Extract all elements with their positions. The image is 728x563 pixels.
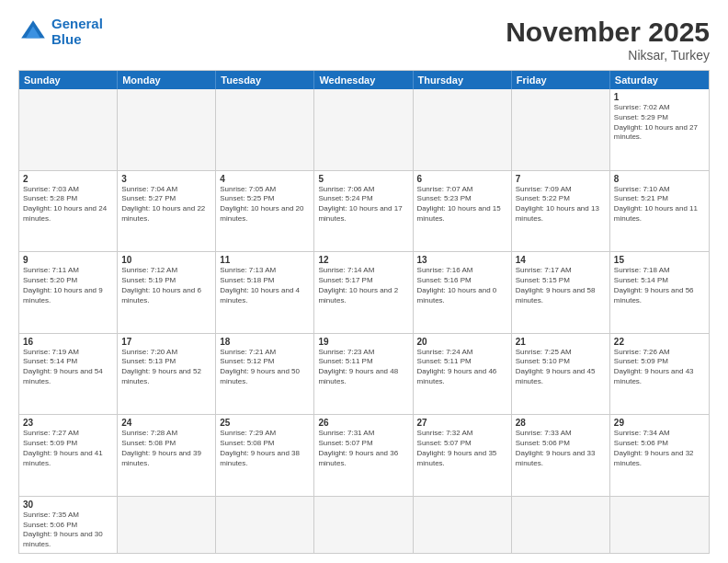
cal-cell-18: 18 Sunrise: 7:21 AM Sunset: 5:12 PM Dayl… [216, 334, 314, 415]
day-info: Sunrise: 7:27 AM Sunset: 5:09 PM Dayligh… [23, 429, 113, 468]
cal-cell-17: 17 Sunrise: 7:20 AM Sunset: 5:13 PM Dayl… [118, 334, 216, 415]
page: General Blue November 2025 Niksar, Turke… [0, 0, 728, 563]
cal-cell-empty [118, 89, 216, 170]
cal-cell-empty [314, 89, 413, 170]
day-number: 28 [516, 418, 606, 428]
day-number: 16 [23, 337, 113, 347]
cal-cell-22: 22 Sunrise: 7:26 AM Sunset: 5:09 PM Dayl… [610, 334, 709, 415]
day-info: Sunrise: 7:02 AM Sunset: 5:29 PM Dayligh… [614, 103, 705, 143]
cal-cell-2: 2 Sunrise: 7:03 AM Sunset: 5:28 PM Dayli… [19, 171, 118, 252]
day-info: Sunrise: 7:20 AM Sunset: 5:13 PM Dayligh… [121, 348, 211, 387]
day-info: Sunrise: 7:10 AM Sunset: 5:21 PM Dayligh… [614, 185, 705, 224]
day-info: Sunrise: 7:07 AM Sunset: 5:23 PM Dayligh… [417, 185, 507, 224]
calendar-header: Sunday Monday Tuesday Wednesday Thursday… [19, 71, 709, 89]
cal-cell-empty [414, 497, 512, 553]
day-number: 14 [516, 255, 606, 265]
day-info: Sunrise: 7:29 AM Sunset: 5:08 PM Dayligh… [220, 429, 310, 468]
day-info: Sunrise: 7:21 AM Sunset: 5:12 PM Dayligh… [220, 348, 310, 387]
cal-cell-30: 30 Sunrise: 7:35 AM Sunset: 5:06 PM Dayl… [19, 497, 118, 553]
day-number: 3 [121, 174, 211, 184]
cal-cell-empty [118, 497, 216, 553]
cal-row-4: 23 Sunrise: 7:27 AM Sunset: 5:09 PM Dayl… [19, 415, 709, 497]
cal-cell-29: 29 Sunrise: 7:34 AM Sunset: 5:06 PM Dayl… [610, 415, 709, 496]
cal-cell-8: 8 Sunrise: 7:10 AM Sunset: 5:21 PM Dayli… [610, 171, 709, 252]
header: General Blue November 2025 Niksar, Turke… [18, 17, 710, 63]
cal-cell-14: 14 Sunrise: 7:17 AM Sunset: 5:15 PM Dayl… [512, 252, 610, 333]
logo: General Blue [18, 17, 103, 47]
cal-cell-5: 5 Sunrise: 7:06 AM Sunset: 5:24 PM Dayli… [314, 171, 413, 252]
day-info: Sunrise: 7:23 AM Sunset: 5:11 PM Dayligh… [318, 348, 408, 387]
header-friday: Friday [512, 71, 610, 89]
cal-cell-empty [610, 497, 709, 553]
day-info: Sunrise: 7:12 AM Sunset: 5:19 PM Dayligh… [121, 266, 211, 305]
cal-cell-25: 25 Sunrise: 7:29 AM Sunset: 5:08 PM Dayl… [216, 415, 314, 496]
day-info: Sunrise: 7:34 AM Sunset: 5:06 PM Dayligh… [614, 429, 705, 468]
day-number: 25 [220, 418, 310, 428]
cal-cell-27: 27 Sunrise: 7:32 AM Sunset: 5:07 PM Dayl… [414, 415, 512, 496]
day-number: 20 [417, 337, 507, 347]
cal-row-0: 1 Sunrise: 7:02 AM Sunset: 5:29 PM Dayli… [19, 89, 709, 171]
day-info: Sunrise: 7:13 AM Sunset: 5:18 PM Dayligh… [220, 266, 310, 305]
day-number: 24 [121, 418, 211, 428]
day-number: 19 [318, 337, 408, 347]
cal-row-5: 30 Sunrise: 7:35 AM Sunset: 5:06 PM Dayl… [19, 497, 709, 553]
cal-cell-10: 10 Sunrise: 7:12 AM Sunset: 5:19 PM Dayl… [118, 252, 216, 333]
day-info: Sunrise: 7:33 AM Sunset: 5:06 PM Dayligh… [516, 429, 606, 468]
day-info: Sunrise: 7:03 AM Sunset: 5:28 PM Dayligh… [23, 185, 113, 224]
day-number: 2 [23, 174, 113, 184]
day-number: 23 [23, 418, 113, 428]
calendar: Sunday Monday Tuesday Wednesday Thursday… [18, 70, 710, 554]
day-number: 4 [220, 174, 310, 184]
day-info: Sunrise: 7:28 AM Sunset: 5:08 PM Dayligh… [121, 429, 211, 468]
day-info: Sunrise: 7:35 AM Sunset: 5:06 PM Dayligh… [23, 511, 113, 550]
cal-cell-empty [314, 497, 413, 553]
cal-cell-19: 19 Sunrise: 7:23 AM Sunset: 5:11 PM Dayl… [314, 334, 413, 415]
day-number: 15 [614, 255, 705, 265]
day-info: Sunrise: 7:18 AM Sunset: 5:14 PM Dayligh… [614, 266, 705, 305]
logo-general: General [51, 16, 103, 31]
day-number: 6 [417, 174, 507, 184]
day-number: 13 [417, 255, 507, 265]
cal-cell-23: 23 Sunrise: 7:27 AM Sunset: 5:09 PM Dayl… [19, 415, 118, 496]
day-number: 30 [23, 500, 113, 510]
cal-cell-28: 28 Sunrise: 7:33 AM Sunset: 5:06 PM Dayl… [512, 415, 610, 496]
cal-cell-3: 3 Sunrise: 7:04 AM Sunset: 5:27 PM Dayli… [118, 171, 216, 252]
cal-cell-empty [512, 89, 610, 170]
header-sunday: Sunday [19, 71, 118, 89]
header-thursday: Thursday [414, 71, 512, 89]
logo-icon [18, 17, 48, 47]
day-info: Sunrise: 7:09 AM Sunset: 5:22 PM Dayligh… [516, 185, 606, 224]
day-number: 12 [318, 255, 408, 265]
day-number: 1 [614, 92, 705, 102]
month-title: November 2025 [506, 17, 710, 48]
cal-cell-21: 21 Sunrise: 7:25 AM Sunset: 5:10 PM Dayl… [512, 334, 610, 415]
day-info: Sunrise: 7:24 AM Sunset: 5:11 PM Dayligh… [417, 348, 507, 387]
cal-row-2: 9 Sunrise: 7:11 AM Sunset: 5:20 PM Dayli… [19, 252, 709, 334]
day-info: Sunrise: 7:25 AM Sunset: 5:10 PM Dayligh… [516, 348, 606, 387]
day-number: 22 [614, 337, 705, 347]
header-saturday: Saturday [610, 71, 709, 89]
logo-text: General Blue [51, 17, 103, 47]
day-info: Sunrise: 7:04 AM Sunset: 5:27 PM Dayligh… [121, 185, 211, 224]
cal-cell-12: 12 Sunrise: 7:14 AM Sunset: 5:17 PM Dayl… [314, 252, 413, 333]
day-info: Sunrise: 7:16 AM Sunset: 5:16 PM Dayligh… [417, 266, 507, 305]
day-info: Sunrise: 7:05 AM Sunset: 5:25 PM Dayligh… [220, 185, 310, 224]
day-number: 27 [417, 418, 507, 428]
cal-cell-20: 20 Sunrise: 7:24 AM Sunset: 5:11 PM Dayl… [414, 334, 512, 415]
day-number: 7 [516, 174, 606, 184]
cal-cell-11: 11 Sunrise: 7:13 AM Sunset: 5:18 PM Dayl… [216, 252, 314, 333]
cal-cell-15: 15 Sunrise: 7:18 AM Sunset: 5:14 PM Dayl… [610, 252, 709, 333]
cal-row-1: 2 Sunrise: 7:03 AM Sunset: 5:28 PM Dayli… [19, 171, 709, 253]
cal-row-3: 16 Sunrise: 7:19 AM Sunset: 5:14 PM Dayl… [19, 334, 709, 416]
header-tuesday: Tuesday [216, 71, 314, 89]
day-info: Sunrise: 7:32 AM Sunset: 5:07 PM Dayligh… [417, 429, 507, 468]
day-number: 5 [318, 174, 408, 184]
cal-cell-9: 9 Sunrise: 7:11 AM Sunset: 5:20 PM Dayli… [19, 252, 118, 333]
cal-cell-empty [512, 497, 610, 553]
cal-cell-empty [216, 89, 314, 170]
day-number: 8 [614, 174, 705, 184]
cal-cell-empty [19, 89, 118, 170]
day-info: Sunrise: 7:14 AM Sunset: 5:17 PM Dayligh… [318, 266, 408, 305]
header-monday: Monday [118, 71, 216, 89]
cal-cell-4: 4 Sunrise: 7:05 AM Sunset: 5:25 PM Dayli… [216, 171, 314, 252]
